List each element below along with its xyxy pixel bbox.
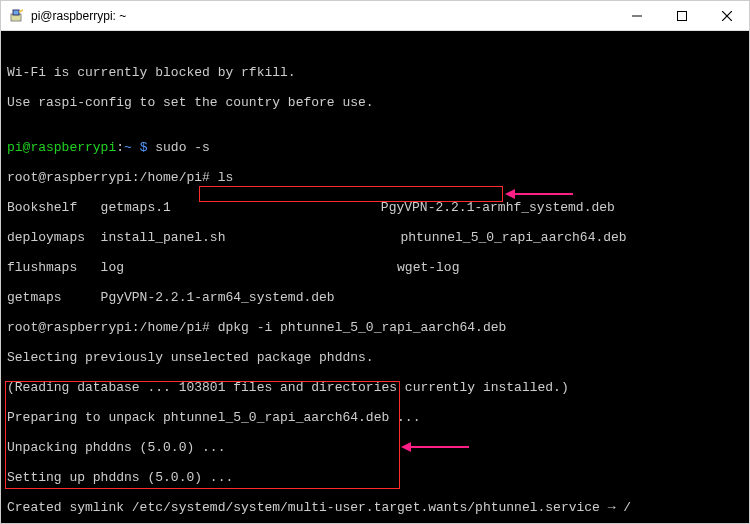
dpkg-output-line: Selecting previously unselected package … — [7, 350, 743, 365]
prompt-user: pi@raspberrypi — [7, 140, 116, 155]
dpkg-output-line: (Reading database ... 103801 files and d… — [7, 380, 743, 395]
ls-output-line: getmaps PgyVPN-2.2.1-arm64_systemd.deb — [7, 290, 743, 305]
maximize-button[interactable] — [659, 1, 704, 31]
close-button[interactable] — [704, 1, 749, 31]
terminal-line: Wi-Fi is currently blocked by rfkill. — [7, 65, 743, 80]
command-text: ls — [218, 170, 234, 185]
minimize-button[interactable] — [614, 1, 659, 31]
svg-line-2 — [19, 10, 23, 12]
terminal-line: root@raspberrypi:/home/pi# dpkg -i phtun… — [7, 320, 743, 335]
dpkg-output-line: Created symlink /etc/systemd/system/mult… — [7, 500, 743, 515]
terminal-line: root@raspberrypi:/home/pi# ls — [7, 170, 743, 185]
svg-line-6 — [722, 11, 732, 21]
ls-output-line: deploymaps install_panel.shphtunnel_5_0_… — [7, 230, 743, 245]
window-title: pi@raspberrypi: ~ — [31, 9, 614, 23]
dpkg-output-line: Unpacking phddns (5.0.0) ... — [7, 440, 743, 455]
prompt-root: root@raspberrypi:/home/pi# — [7, 320, 218, 335]
command-text: dpkg -i phtunnel_5_0_rapi_aarch64.deb — [218, 320, 507, 335]
prompt-path: ~ $ — [124, 140, 147, 155]
svg-rect-4 — [677, 11, 686, 20]
dpkg-output-line: Setting up phddns (5.0.0) ... — [7, 470, 743, 485]
svg-line-5 — [722, 11, 732, 21]
ls-output-line: flushmaps logwget-log — [7, 260, 743, 275]
svg-rect-1 — [13, 10, 19, 15]
titlebar[interactable]: pi@raspberrypi: ~ — [1, 1, 749, 31]
putty-icon — [9, 8, 25, 24]
dpkg-output-line: Preparing to unpack phtunnel_5_0_rapi_aa… — [7, 410, 743, 425]
ls-output-line: Bookshelf getmaps.1PgyVPN-2.2.1-armhf_sy… — [7, 200, 743, 215]
app-window: pi@raspberrypi: ~ Wi-Fi is currently blo… — [0, 0, 750, 524]
prompt-root: root@raspberrypi:/home/pi# — [7, 170, 218, 185]
terminal-line: pi@raspberrypi:~ $ sudo -s — [7, 140, 743, 155]
command-text: sudo -s — [147, 140, 209, 155]
terminal-line: Use raspi-config to set the country befo… — [7, 95, 743, 110]
terminal-area[interactable]: Wi-Fi is currently blocked by rfkill. Us… — [1, 31, 749, 523]
